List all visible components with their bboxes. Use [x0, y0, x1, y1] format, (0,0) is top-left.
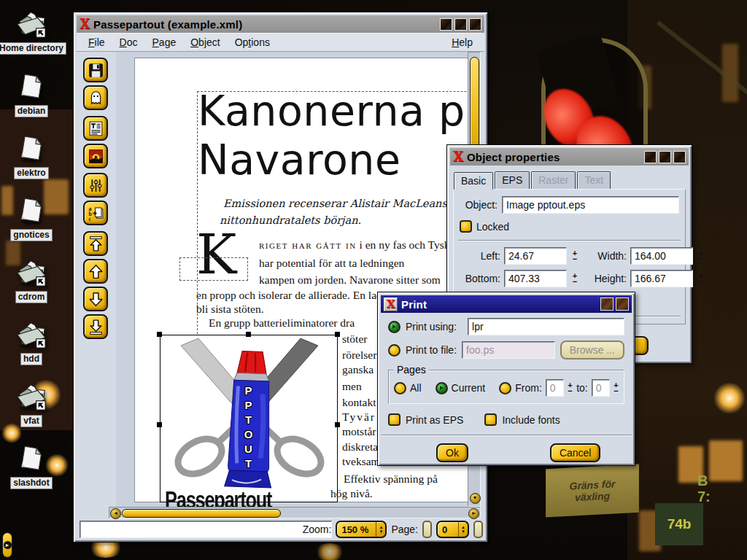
window-menu-button[interactable] — [469, 18, 481, 31]
zoom-select[interactable]: 150 % ▲▼ — [336, 521, 387, 538]
to-page-field[interactable]: 0 — [592, 379, 610, 397]
page-select[interactable]: 0 ▲▼ — [436, 521, 469, 538]
main-titlebar[interactable]: X Passepartout (example.xml) — [77, 15, 484, 33]
print-as-eps-checkbox[interactable] — [388, 413, 400, 426]
object-properties-titlebar[interactable]: X Object properties — [450, 148, 689, 166]
desktop-icon-gnotices[interactable]: gnotices — [0, 195, 63, 241]
tab-basic[interactable]: Basic — [454, 172, 493, 190]
menu-doc[interactable]: Doc — [112, 34, 145, 50]
resize-handle-n[interactable] — [246, 332, 251, 337]
horizontal-scrollbar-thumb[interactable] — [122, 509, 281, 518]
menu-file[interactable]: File — [81, 34, 112, 50]
toolbar-save-button[interactable] — [83, 58, 108, 82]
toolbar-lower-to-bottom-button[interactable] — [83, 314, 108, 339]
minus-icon: − — [568, 388, 572, 394]
pages-current-radio[interactable] — [436, 382, 448, 394]
print-file-field: foo.ps — [462, 341, 555, 359]
doc-closing-line1: Effektiv spänning på — [344, 472, 438, 486]
bottom-spinner[interactable]: +− — [570, 273, 579, 284]
desktop-icon-elektro[interactable]: elektro — [0, 133, 63, 179]
iconify-button[interactable] — [600, 298, 614, 311]
toolbar-raise-to-top-button[interactable] — [83, 231, 108, 256]
bottom-field[interactable]: 407.33 — [504, 270, 567, 287]
pages-all-radio[interactable] — [394, 382, 406, 394]
locked-checkbox[interactable] — [460, 220, 472, 233]
desktop-icon-debian[interactable]: debian — [0, 71, 63, 117]
desktop-icon-home[interactable]: Home directory — [0, 9, 63, 55]
pages-from-radio[interactable] — [499, 382, 511, 394]
scroll-right-arrow[interactable]: ► — [468, 508, 479, 519]
menu-help[interactable]: Help — [444, 34, 480, 50]
panel-hide-button[interactable]: ► — [1, 532, 13, 559]
to-spinner[interactable]: +− — [614, 382, 619, 394]
horizontal-scrollbar[interactable]: ◄ ► — [109, 507, 481, 518]
from-page-field[interactable]: 0 — [546, 379, 564, 397]
toolbar-image-frame-button[interactable] — [83, 144, 108, 168]
close-icon[interactable]: X — [80, 18, 90, 31]
bus-extra-line2: 7: — [697, 489, 711, 505]
pages-current-label: Current — [452, 382, 486, 394]
next-page-button[interactable] — [473, 521, 483, 538]
doc-body-line5: bli sista stöten. — [196, 303, 264, 316]
statusbar: Zoom: 150 % ▲▼ Page: 0 ▲▼ — [77, 520, 484, 539]
ok-button[interactable]: Ok — [436, 443, 468, 462]
maximize-button[interactable] — [616, 298, 629, 311]
desktop-icon-hdd[interactable]: hdd — [0, 319, 63, 365]
left-field[interactable]: 24.67 — [504, 247, 567, 265]
previous-page-button[interactable] — [422, 521, 432, 538]
toolbar-text-frame-button[interactable] — [83, 116, 108, 141]
maximize-button[interactable] — [454, 18, 467, 31]
menu-options[interactable]: Options — [228, 34, 277, 50]
print-command-field[interactable]: lpr — [468, 318, 624, 335]
resize-handle-nw[interactable] — [157, 332, 162, 337]
menu-object[interactable]: Object — [183, 34, 227, 50]
locked-label: Locked — [476, 221, 509, 233]
print-to-file-radio[interactable] — [388, 344, 400, 357]
doc-body-line3: kampen om jorden. Navarone sitter som — [259, 273, 441, 287]
toolbar-ghostscript-button[interactable] — [83, 85, 108, 110]
toolbar-text-flow-button[interactable]: abc — [83, 201, 108, 225]
include-fonts-checkbox[interactable] — [484, 413, 497, 426]
desktop-icon-label: debian — [15, 105, 49, 117]
menu-help-label: Help — [452, 36, 473, 48]
tab-eps[interactable]: EPS — [495, 171, 530, 189]
iconify-button[interactable] — [440, 18, 452, 31]
dialog-title: Object properties — [467, 151, 560, 163]
print-using-radio[interactable] — [388, 321, 400, 333]
from-spinner[interactable]: +− — [568, 382, 573, 394]
height-field[interactable]: 166.67 — [630, 270, 693, 287]
toolbar-raise-button[interactable] — [83, 259, 108, 284]
spinner-arrows-icon[interactable]: ▲▼ — [376, 522, 385, 537]
pages-frame: Pages All Current From: 0 +− to: 0 +− — [388, 370, 624, 404]
window-menu-button[interactable] — [673, 151, 686, 163]
iconify-button[interactable] — [644, 151, 657, 163]
height-spinner[interactable]: +− — [697, 273, 705, 284]
left-label: Left: — [460, 250, 500, 262]
toolbar-lower-button[interactable] — [83, 287, 108, 311]
resize-handle-w[interactable] — [157, 422, 162, 427]
resize-handle-e[interactable] — [335, 422, 340, 427]
scroll-down-arrow[interactable]: ▼ — [470, 493, 481, 504]
width-spinner[interactable]: +− — [697, 250, 705, 262]
cancel-button[interactable]: Cancel — [550, 443, 601, 462]
spinner-arrows-icon[interactable]: ▲▼ — [458, 522, 468, 537]
maximize-button[interactable] — [659, 151, 671, 163]
object-name-field[interactable]: Image pptout.eps — [502, 196, 679, 214]
desktop-icon-vfat[interactable]: vfat — [0, 381, 63, 427]
resize-handle-ne[interactable] — [335, 332, 340, 337]
print-titlebar[interactable]: X Print — [381, 295, 632, 313]
doc-column-word: stöter — [342, 332, 367, 346]
scroll-left-arrow[interactable]: ◄ — [110, 508, 121, 519]
menu-page[interactable]: Page — [145, 34, 184, 50]
desktop-icon-slashdot[interactable]: slashdot — [0, 443, 63, 489]
doc-body-line6: En grupp batterieliminatorer dra — [209, 316, 355, 330]
desktop-icon-cdrom[interactable]: cdrom — [0, 257, 63, 303]
sliders-icon — [87, 176, 105, 195]
toolbar-properties-button[interactable] — [83, 173, 108, 198]
close-icon[interactable]: X — [453, 150, 463, 163]
height-label: Height: — [586, 273, 627, 284]
width-field[interactable]: 164.00 — [630, 247, 693, 265]
desktop-icon-label: gnotices — [10, 229, 52, 241]
left-spinner[interactable]: +− — [570, 250, 579, 262]
close-button[interactable]: X — [384, 298, 398, 311]
